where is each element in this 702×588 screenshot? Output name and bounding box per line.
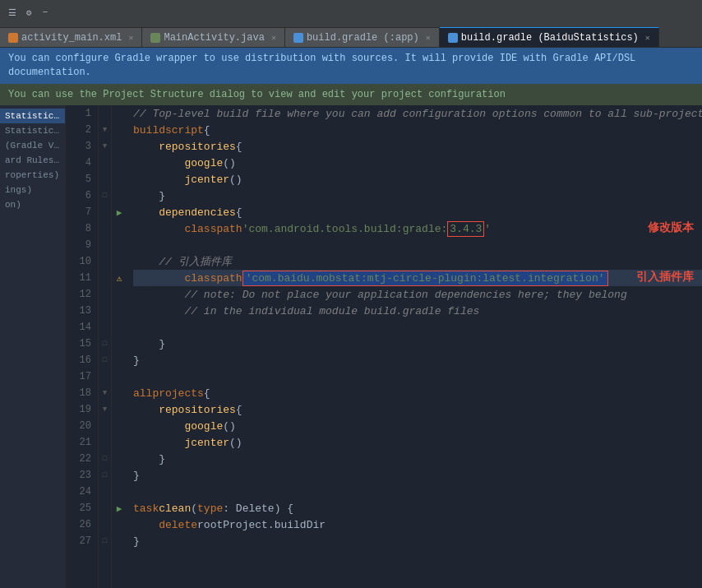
fold-16[interactable]: □ [99,352,111,368]
code-line-22: } [133,451,702,467]
line-num-24: 24 [69,484,91,500]
fold-11 [99,270,111,286]
line-num-5: 5 [69,171,91,188]
left-panel-item-rules[interactable]: ard Rules for B [0,153,65,168]
run-17 [112,368,127,385]
run-19 [112,401,127,418]
left-panel-item-gradle-version[interactable]: (Gradle Versio [0,138,65,153]
java-icon [150,33,160,43]
run-8 [112,220,127,237]
run-6 [112,188,127,204]
fold-2[interactable]: ▼ [99,122,111,138]
fold-10 [99,253,111,270]
tabs-bar: activity_main.xml ✕ MainActivity.java ✕ … [0,25,702,48]
fold-26 [99,516,111,533]
left-panel: Statistics) Statistics.app) (Gradle Vers… [0,105,66,588]
run-23 [112,467,127,484]
line-num-26: 26 [69,516,91,533]
line-num-12: 12 [69,286,91,303]
line-num-21: 21 [69,434,91,451]
line-num-16: 16 [69,352,91,368]
tab-close-main-activity[interactable]: ✕ [271,33,276,43]
left-panel-item-statistics-app[interactable]: Statistics.app) [0,123,65,138]
tab-build-gradle-app[interactable]: build.gradle (:app) ✕ [285,27,440,47]
run-7[interactable]: ▶ [112,204,127,220]
code-line-9 [133,237,702,253]
title-bar: ☰ ⚙ − [0,0,702,25]
tab-close-build-gradle-baidu[interactable]: ✕ [645,33,650,43]
fold-27[interactable]: □ [99,533,111,549]
code-line-3: repositories { [133,138,702,155]
settings-icon[interactable]: ⚙ [23,7,35,18]
run-20 [112,418,127,434]
fold-15[interactable]: □ [99,336,111,352]
notification-bar-gradle: You can configure Gradle wrapper to use … [0,48,702,84]
code-line-20: google() [133,418,702,434]
fold-23[interactable]: □ [99,467,111,484]
left-panel-item-on[interactable]: on) [0,197,65,212]
run-25[interactable]: ▶ [112,500,127,516]
code-line-8: classpath 'com.android.tools.build:gradl… [133,220,702,237]
code-line-16: } [133,352,702,368]
run-12 [112,286,127,303]
code-content[interactable]: // Top-level build file where you can ad… [127,105,702,588]
tab-close-build-gradle-app[interactable]: ✕ [426,33,431,43]
tab-close-activity-main[interactable]: ✕ [128,33,133,43]
fold-7 [99,204,111,220]
fold-25 [99,500,111,516]
code-line-18: allprojects { [133,385,702,401]
code-line-7: dependencies { [133,204,702,220]
code-line-11: classpath 'com.baidu.mobstat:mtj-circle-… [133,270,702,286]
line-num-25: 25 [69,500,91,516]
fold-19[interactable]: ▼ [99,401,111,418]
code-line-5: jcenter() [133,171,702,188]
line-num-10: 10 [69,253,91,270]
line-num-13: 13 [69,303,91,319]
code-line-23: } [133,467,702,484]
app-menu-icon[interactable]: ☰ [7,7,18,18]
line-num-14: 14 [69,319,91,336]
left-panel-item-statistics[interactable]: Statistics) [0,109,65,123]
line-num-18: 18 [69,385,91,401]
run-24 [112,484,127,500]
line-num-17: 17 [69,368,91,385]
tab-build-gradle-baidu[interactable]: build.gradle (BaiduStatistics) ✕ [440,27,659,47]
tab-main-activity[interactable]: MainActivity.java ✕ [142,27,284,47]
code-line-17 [133,368,702,385]
warn-11: ⚠ [112,270,127,286]
run-5 [112,171,127,188]
gradle-icon [293,33,303,43]
line-num-19: 19 [69,401,91,418]
fold-1 [99,105,111,122]
minimize-icon[interactable]: − [39,7,51,18]
editor-container: Statistics) Statistics.app) (Gradle Vers… [0,105,702,588]
line-num-22: 22 [69,451,91,467]
line-num-1: 1 [69,105,91,122]
code-line-15: } [133,336,702,352]
fold-18[interactable]: ▼ [99,385,111,401]
editor-area[interactable]: 1 2 3 4 5 6 7 8 9 10 11 12 13 14 15 16 1… [66,105,702,588]
code-line-13: // in the individual module build.gradle… [133,303,702,319]
left-panel-item-properties[interactable]: roperties) [0,168,65,183]
notification-bar-project: You can use the Project Structure dialog… [0,84,702,106]
xml-icon [8,33,18,43]
fold-17 [99,368,111,385]
tab-activity-main[interactable]: activity_main.xml ✕ [0,27,142,47]
baidu-plugin-highlight: 'com.baidu.mobstat:mtj-circle-plugin:lat… [242,271,608,286]
left-panel-item-ings[interactable]: ings) [0,183,65,197]
line-num-2: 2 [69,122,91,138]
fold-6[interactable]: □ [99,188,111,204]
run-14 [112,319,127,336]
fold-12 [99,286,111,303]
fold-22[interactable]: □ [99,451,111,467]
code-line-27: } [133,533,702,549]
run-21 [112,434,127,451]
fold-9 [99,237,111,253]
run-26 [112,516,127,533]
line-num-6: 6 [69,188,91,204]
line-num-20: 20 [69,418,91,434]
line-num-8: 8 [69,220,91,237]
line-num-27: 27 [69,533,91,549]
fold-3[interactable]: ▼ [99,138,111,155]
run-13 [112,303,127,319]
